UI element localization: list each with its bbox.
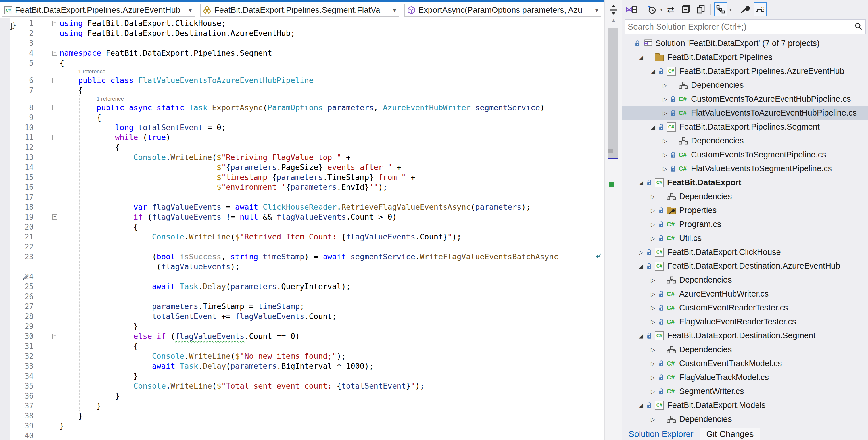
code-text[interactable]: using FeatBit.DataExport.ClickHouse; xyxy=(58,18,604,28)
expand-arrow-icon[interactable]: ▷ xyxy=(648,374,658,381)
code-text[interactable]: $"environment '{parameters.EnvId}'"); xyxy=(58,182,604,192)
code-text[interactable]: { xyxy=(58,85,604,95)
tree-item[interactable]: ◢FeatBit.DataExport.Pipelines xyxy=(622,50,868,64)
code-line[interactable]: 2using FeatBit.DataExport.Destination.Az… xyxy=(0,28,604,38)
code-line[interactable]: 1−using FeatBit.DataExport.ClickHouse; xyxy=(0,18,604,28)
code-line[interactable]: 19− if (flagValueEvents != null && flagV… xyxy=(0,212,604,222)
expand-arrow-icon[interactable]: ▷ xyxy=(648,207,658,214)
tree-item[interactable]: ▷C#FlagValueEventReaderTester.cs xyxy=(622,315,868,328)
tree-item[interactable]: ▷Dependencies xyxy=(622,343,868,356)
member-dropdown[interactable]: ExportAsync(ParamOptions parameters, Azu… xyxy=(404,4,601,17)
expand-arrow-icon[interactable]: ▷ xyxy=(660,82,670,89)
code-text[interactable]: using FeatBit.DataExport.Destination.Azu… xyxy=(58,28,604,38)
code-line[interactable]: 4−namespace FeatBit.DataExport.Pipelines… xyxy=(0,48,604,58)
expand-arrow-icon[interactable]: ▷ xyxy=(660,96,670,102)
code-line[interactable]: 23 (bool isSuccess, string timeStamp) = … xyxy=(0,252,604,262)
sync-with-active-document-button[interactable]: ⇄ xyxy=(664,2,677,17)
preview-selected-items-button[interactable] xyxy=(753,2,767,17)
breakpoint-margin[interactable] xyxy=(0,272,10,282)
breakpoint-margin[interactable] xyxy=(0,152,10,162)
breakpoint-margin[interactable] xyxy=(0,202,10,212)
fold-toggle[interactable]: − xyxy=(52,215,57,220)
breakpoint-margin[interactable] xyxy=(0,331,10,341)
chevron-down-icon[interactable]: ▾ xyxy=(730,6,732,12)
codelens-reference[interactable]: 1 reference xyxy=(0,95,604,102)
tree-item[interactable]: ◢C#FeatBit.DataExport.Destination.AzureE… xyxy=(622,259,868,273)
tree-item[interactable]: Solution 'FeatBit.DataExport' (7 of 7 pr… xyxy=(622,36,868,50)
tree-item[interactable]: ▷C#FeatBit.DataExport.ClickHouse xyxy=(622,245,868,259)
code-text[interactable]: parameters.TimeStamp = timeStamp; xyxy=(58,302,604,311)
expand-arrow-icon[interactable]: ▷ xyxy=(660,109,670,117)
code-line[interactable]: 8− public async static Task ExportAsync(… xyxy=(0,102,604,113)
type-dropdown[interactable]: FeatBit.DataExport.Pipelines.Segment.Fla… xyxy=(200,4,399,17)
code-line[interactable]: 14 $"{parameters.PageSize} events after … xyxy=(0,162,604,172)
code-line[interactable]: 15 $"timestamp {parameters.TimeStamp} fr… xyxy=(0,172,604,182)
code-text[interactable]: 1 reference xyxy=(58,68,604,75)
code-line[interactable]: 39} xyxy=(0,421,604,431)
switch-views-button[interactable]: ⋈ xyxy=(625,2,638,17)
code-line[interactable]: 7 { xyxy=(0,85,604,95)
code-text[interactable]: } xyxy=(58,371,604,381)
tree-item[interactable]: ▷C#CustomEventsToAzureEventHubPipeline.c… xyxy=(622,92,868,106)
code-text[interactable]: Console.WriteLine($"Retrived Item Count:… xyxy=(58,232,604,242)
breakpoint-margin[interactable] xyxy=(0,222,10,232)
code-text[interactable]: while (true) xyxy=(58,132,604,142)
breakpoint-margin[interactable] xyxy=(0,381,10,391)
pending-changes-filter-button[interactable] xyxy=(645,2,658,17)
tree-item[interactable]: ▷Dependencies xyxy=(622,412,868,426)
code-line[interactable]: 20 { xyxy=(0,222,604,232)
tree-item[interactable]: ▷C#CustomEventsToSegmentPipeline.cs xyxy=(622,148,868,162)
breakpoint-margin[interactable] xyxy=(0,68,10,75)
breakpoint-margin[interactable] xyxy=(0,122,10,132)
scrollbar-track[interactable] xyxy=(608,26,618,440)
breakpoint-margin[interactable] xyxy=(0,172,10,182)
expand-arrow-icon[interactable]: ▷ xyxy=(648,193,658,200)
expand-arrow-icon[interactable]: ▷ xyxy=(648,360,658,367)
expand-arrow-icon[interactable]: ▷ xyxy=(648,416,658,423)
solutions-and-folders-button[interactable] xyxy=(714,2,727,17)
breakpoint-margin[interactable] xyxy=(0,302,10,311)
breakpoint-margin[interactable] xyxy=(0,321,10,331)
code-text[interactable]: } xyxy=(58,421,604,431)
show-all-files-button[interactable] xyxy=(694,2,707,17)
editor-vertical-scrollbar[interactable]: ▲ xyxy=(604,0,622,440)
code-line[interactable]: 32 Console.WriteLine($"No new items foun… xyxy=(0,351,604,361)
breakpoint-margin[interactable] xyxy=(0,28,10,38)
expand-arrow-icon[interactable]: ▷ xyxy=(648,346,658,353)
fold-toggle[interactable]: − xyxy=(52,78,57,83)
code-text[interactable]: else if (flagValueEvents.Count == 0) xyxy=(58,331,604,341)
code-text[interactable]: } xyxy=(58,391,604,401)
breakpoint-margin[interactable] xyxy=(0,391,10,401)
code-line[interactable]: 27 parameters.TimeStamp = timeStamp; xyxy=(0,302,604,311)
code-text[interactable]: { xyxy=(58,222,604,232)
breakpoint-margin[interactable] xyxy=(0,371,10,381)
tree-item[interactable]: ▷C#Util.cs xyxy=(622,231,868,245)
split-window-handle[interactable] xyxy=(608,3,619,17)
breakpoint-margin[interactable] xyxy=(0,48,10,58)
code-line[interactable]: 12 { xyxy=(0,142,604,152)
tree-item[interactable]: ◢C#FeatBit.DataExport.Models xyxy=(622,398,868,412)
code-text[interactable]: $"timestamp {parameters.TimeStamp} from … xyxy=(58,172,604,182)
code-line[interactable]: 25 await Task.Delay(parameters.QueryInte… xyxy=(0,282,604,291)
tree-item[interactable]: ▷Dependencies xyxy=(622,273,868,287)
code-line[interactable]: 3 xyxy=(0,38,604,48)
breakpoint-margin[interactable] xyxy=(0,311,10,321)
breakpoint-margin[interactable] xyxy=(0,401,10,411)
tree-item[interactable]: ▷C#SegmentWriter.cs xyxy=(622,384,868,398)
code-area[interactable]: 1−using FeatBit.DataExport.ClickHouse;2u… xyxy=(0,18,604,440)
code-text[interactable]: var flagValueEvents = await ClickHouseRe… xyxy=(58,202,604,212)
collapse-arrow-icon[interactable]: ◢ xyxy=(636,263,646,270)
code-line[interactable]: 5{ xyxy=(0,58,604,68)
code-line[interactable]: 10 long totalSentEvent = 0; xyxy=(0,122,604,132)
code-line[interactable]: 31 { xyxy=(0,341,604,351)
code-text[interactable]: { xyxy=(58,113,604,122)
collapse-arrow-icon[interactable]: ◢ xyxy=(636,402,646,409)
code-line[interactable]: 34 } xyxy=(0,371,604,381)
code-text[interactable]: { xyxy=(58,58,604,68)
properties-button[interactable] xyxy=(739,2,752,17)
expand-arrow-icon[interactable]: ▷ xyxy=(648,235,658,242)
code-line[interactable]: 24 xyxy=(0,272,604,282)
breakpoint-margin[interactable] xyxy=(0,142,10,152)
tree-item[interactable]: ◢C#FeatBit.DataExport.Destination.Segmen… xyxy=(622,328,868,343)
code-line[interactable]: 13 Console.WriteLine($"Retriving FlagVal… xyxy=(0,152,604,162)
